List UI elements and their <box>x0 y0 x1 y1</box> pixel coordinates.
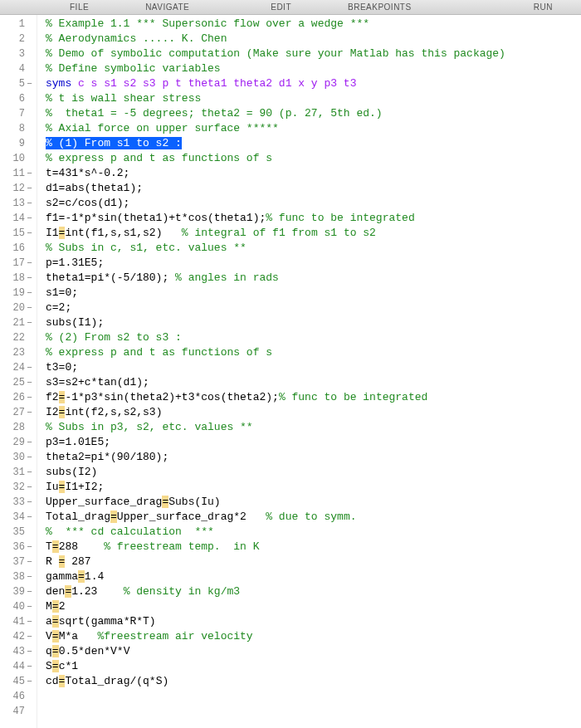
code-line[interactable]: Iu=I1+I2; <box>46 480 581 495</box>
code-line[interactable]: % (2) From s2 to s3 : <box>46 330 581 345</box>
code-line[interactable]: S=c*1 <box>46 659 581 674</box>
code-line[interactable]: % (1) From s1 to s2 : <box>46 136 581 151</box>
line-number[interactable]: 43– <box>0 644 37 659</box>
code-line[interactable]: t3=0; <box>46 360 581 375</box>
code-line[interactable]: subs(I1); <box>46 315 581 330</box>
tab-file[interactable]: FILE <box>66 2 92 12</box>
code-line[interactable]: M=2 <box>46 599 581 614</box>
line-number-gutter[interactable]: 12345–67891011–12–13–14–15–1617–18–19–20… <box>0 15 37 728</box>
line-number[interactable]: 33– <box>0 495 37 510</box>
line-number[interactable]: 25– <box>0 375 37 390</box>
code-line[interactable]: % Axial force on upper surface ***** <box>46 121 581 136</box>
line-number[interactable]: 8 <box>0 121 37 136</box>
code-line[interactable]: c=2; <box>46 300 581 315</box>
code-line[interactable]: V=M*a %freestream air velocity <box>46 629 581 644</box>
code-line[interactable]: f1=-1*p*sin(theta1)+t*cos(theta1);% func… <box>46 211 581 226</box>
line-number[interactable]: 27– <box>0 405 37 420</box>
code-line[interactable]: f2=-1*p3*sin(theta2)+t3*cos(theta2);% fu… <box>46 390 581 405</box>
line-number[interactable]: 35 <box>0 525 37 540</box>
line-number[interactable]: 36– <box>0 540 37 555</box>
line-number[interactable]: 31– <box>0 465 37 480</box>
line-number[interactable]: 5– <box>0 76 37 91</box>
code-line[interactable]: theta1=pi*(-5/180); % angles in rads <box>46 271 581 286</box>
code-line[interactable]: q=0.5*den*V*V <box>46 644 581 659</box>
line-number[interactable]: 21– <box>0 315 37 330</box>
code-line[interactable]: s1=0; <box>46 286 581 300</box>
tab-navigate[interactable]: NAVIGATE <box>142 2 193 12</box>
code-line[interactable]: R = 287 <box>46 555 581 569</box>
code-line[interactable]: Upper_surface_drag=Subs(Iu) <box>46 495 581 510</box>
code-line[interactable]: % *** cd calculation *** <box>46 525 581 540</box>
code-line[interactable]: p=1.31E5; <box>46 256 581 271</box>
code-line[interactable]: s2=c/cos(d1); <box>46 196 581 211</box>
code-line[interactable]: theta2=pi*(90/180); <box>46 450 581 465</box>
tab-run[interactable]: RUN <box>530 2 556 12</box>
line-number[interactable]: 18– <box>0 271 37 286</box>
code-line[interactable] <box>46 689 581 704</box>
line-number[interactable]: 20– <box>0 300 37 315</box>
code-line[interactable]: a=sqrt(gamma*R*T) <box>46 614 581 629</box>
line-number[interactable]: 34– <box>0 510 37 525</box>
code-line[interactable] <box>46 704 581 719</box>
line-number[interactable]: 38– <box>0 569 37 584</box>
line-number[interactable]: 42– <box>0 629 37 644</box>
line-number[interactable]: 3 <box>0 46 37 61</box>
code-line[interactable]: den=1.23 % density in kg/m3 <box>46 584 581 599</box>
line-number[interactable]: 23 <box>0 345 37 360</box>
line-number[interactable]: 2 <box>0 32 37 46</box>
line-number[interactable]: 22 <box>0 330 37 345</box>
tab-edit[interactable]: EDIT <box>267 2 295 12</box>
line-number[interactable]: 45– <box>0 674 37 689</box>
code-line[interactable]: t=431*s^-0.2; <box>46 166 581 181</box>
tab-breakpoints[interactable]: BREAKPOINTS <box>344 2 415 12</box>
code-line[interactable]: % Demo of symbolic computation (Make sur… <box>46 46 581 61</box>
line-number[interactable]: 30– <box>0 450 37 465</box>
line-number[interactable]: 44– <box>0 659 37 674</box>
code-line[interactable]: d1=abs(theta1); <box>46 181 581 196</box>
line-number[interactable]: 4 <box>0 61 37 76</box>
code-line[interactable]: % Subs in p3, s2, etc. values ** <box>46 420 581 435</box>
line-number[interactable]: 40– <box>0 599 37 614</box>
code-area[interactable]: % Example 1.1 *** Supersonic flow over a… <box>37 15 581 728</box>
code-line[interactable]: gamma=1.4 <box>46 569 581 584</box>
line-number[interactable]: 7 <box>0 106 37 121</box>
line-number[interactable]: 39– <box>0 584 37 599</box>
code-line[interactable]: I1=int(f1,s,s1,s2) % integral of f1 from… <box>46 226 581 241</box>
code-line[interactable]: % Subs in c, s1, etc. values ** <box>46 241 581 256</box>
code-line[interactable]: % Define symbolic variables <box>46 61 581 76</box>
line-number[interactable]: 15– <box>0 226 37 241</box>
line-number[interactable]: 12– <box>0 181 37 196</box>
code-line[interactable]: % Aerodynamics ..... K. Chen <box>46 32 581 46</box>
code-line[interactable]: % Example 1.1 *** Supersonic flow over a… <box>46 17 581 32</box>
code-line[interactable]: Total_drag=Upper_surface_drag*2 % due to… <box>46 510 581 525</box>
line-number[interactable]: 13– <box>0 196 37 211</box>
code-line[interactable]: % express p and t as functions of s <box>46 345 581 360</box>
line-number[interactable]: 29– <box>0 435 37 450</box>
line-number[interactable]: 24– <box>0 360 37 375</box>
line-number[interactable]: 41– <box>0 614 37 629</box>
line-number[interactable]: 46 <box>0 689 37 704</box>
line-number[interactable]: 14– <box>0 211 37 226</box>
line-number[interactable]: 28 <box>0 420 37 435</box>
code-line[interactable]: cd=Total_drag/(q*S) <box>46 674 581 689</box>
line-number[interactable]: 19– <box>0 286 37 300</box>
line-number[interactable]: 1 <box>0 17 37 32</box>
line-number[interactable]: 9 <box>0 136 37 151</box>
code-line[interactable]: s3=s2+c*tan(d1); <box>46 375 581 390</box>
code-line[interactable]: subs(I2) <box>46 465 581 480</box>
line-number[interactable]: 16 <box>0 241 37 256</box>
line-number[interactable]: 26– <box>0 390 37 405</box>
line-number[interactable]: 10 <box>0 151 37 166</box>
code-line[interactable]: % theta1 = -5 degrees; theta2 = 90 (p. 2… <box>46 106 581 121</box>
line-number[interactable]: 6 <box>0 91 37 106</box>
line-number[interactable]: 32– <box>0 480 37 495</box>
line-number[interactable]: 17– <box>0 256 37 271</box>
line-number[interactable]: 11– <box>0 166 37 181</box>
line-number[interactable]: 47 <box>0 704 37 719</box>
code-line[interactable]: T=288 % freestream temp. in K <box>46 540 581 555</box>
code-line[interactable]: % t is wall shear stress <box>46 91 581 106</box>
code-line[interactable]: I2=int(f2,s,s2,s3) <box>46 405 581 420</box>
code-line[interactable]: p3=1.01E5; <box>46 435 581 450</box>
code-line[interactable]: % express p and t as functions of s <box>46 151 581 166</box>
code-line[interactable]: syms c s s1 s2 s3 p t theta1 theta2 d1 x… <box>46 76 581 91</box>
